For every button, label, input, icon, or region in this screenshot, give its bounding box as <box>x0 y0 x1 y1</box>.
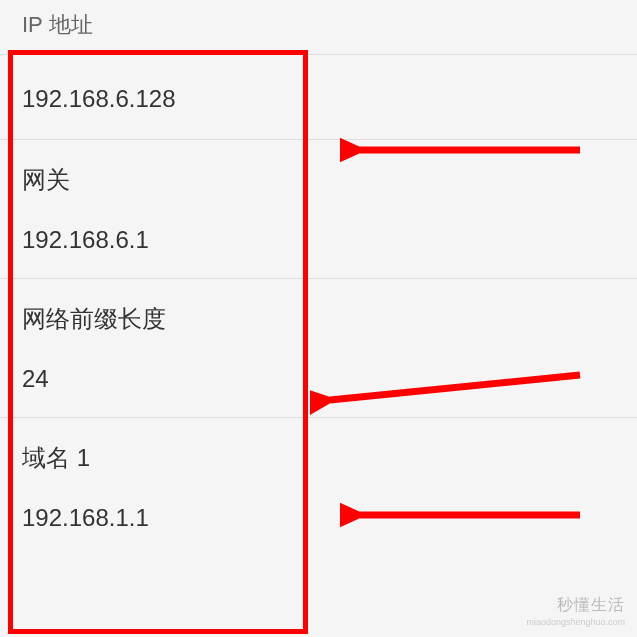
gateway-value[interactable]: 192.168.6.1 <box>0 196 637 278</box>
watermark-sub: miaodongshenghuo.com <box>526 617 625 627</box>
dns1-label: 域名 1 <box>0 418 637 474</box>
dns1-group: 域名 1 192.168.1.1 <box>0 417 637 556</box>
prefix-length-label: 网络前缀长度 <box>0 279 637 335</box>
svg-line-1 <box>330 375 580 400</box>
watermark-main: 秒懂生活 <box>526 595 625 616</box>
section-header-ip: IP 地址 <box>0 0 637 54</box>
ip-address-value[interactable]: 192.168.6.128 <box>0 54 637 139</box>
annotation-arrow-icon <box>340 495 590 535</box>
annotation-arrow-icon <box>340 130 590 170</box>
annotation-arrow-icon <box>310 360 590 420</box>
watermark: 秒懂生活 miaodongshenghuo.com <box>526 595 625 627</box>
